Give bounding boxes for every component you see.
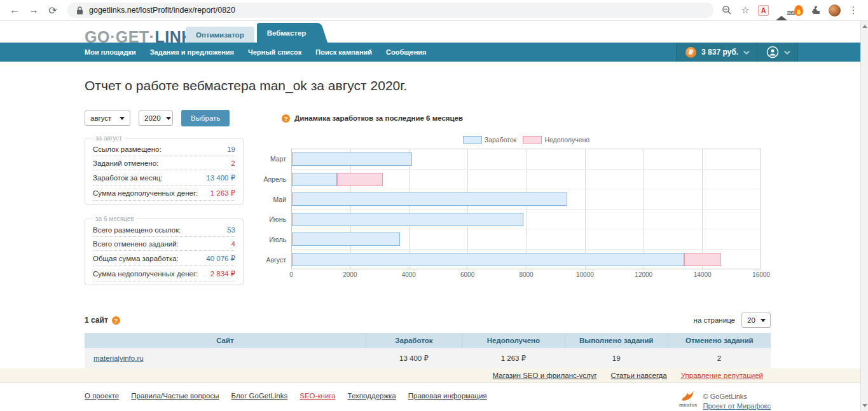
ruble-coin-icon: ₽ xyxy=(685,47,696,58)
stat-row: Всего отменено заданий:4 xyxy=(93,237,235,251)
col-header-cancelled[interactable]: Отменено заданий xyxy=(668,333,771,348)
tab-optimizer[interactable]: Оптимизатор xyxy=(186,27,254,43)
stat-value: 40 076 ₽ xyxy=(206,254,235,263)
legend-label: Недополучено xyxy=(544,136,589,144)
balance-panel: ₽ 3 837 руб. xyxy=(676,43,798,62)
tab-webmaster-label: Вебмастер xyxy=(267,29,307,37)
user-chevron-down-icon[interactable] xyxy=(784,48,790,55)
footer-link-about[interactable]: О проекте xyxy=(85,392,119,411)
x-tick-label: 0 xyxy=(289,271,293,278)
flame-extension-icon[interactable] xyxy=(794,5,803,16)
stat-row: Ссылок размещено:19 xyxy=(93,142,235,156)
mirafox-logo: mirafox xyxy=(679,390,698,408)
select-arrow-icon xyxy=(761,319,766,322)
footer-link-rules[interactable]: Правила/Частые вопросы xyxy=(131,392,219,411)
col-header-site[interactable]: Сайт xyxy=(85,333,366,348)
chart-plot xyxy=(291,149,761,269)
legend-item-earnings: Заработок xyxy=(463,136,517,144)
earnings-bar xyxy=(292,232,400,246)
month-select-value: август xyxy=(90,114,111,122)
scroll-up-icon[interactable] xyxy=(862,25,867,28)
pdf-extension-icon[interactable]: A xyxy=(758,5,769,16)
forward-icon[interactable]: → xyxy=(25,4,42,16)
promo-link-reputation[interactable]: Управление репутацией xyxy=(681,372,763,379)
balance-chevron-down-icon[interactable] xyxy=(743,48,750,55)
select-arrow-icon xyxy=(120,117,125,120)
footer-link-blog[interactable]: Блог GoGetLinks xyxy=(231,392,288,411)
fox-icon xyxy=(680,390,696,401)
chart-y-label: Июль xyxy=(263,229,291,250)
tab-webmaster[interactable]: Вебмастер xyxy=(257,23,317,43)
sites-help-icon[interactable]: ? xyxy=(112,316,120,325)
chart-y-labels: МартАпрельМайИюньИюльАвгуст xyxy=(263,149,291,269)
earnings-bar xyxy=(292,152,412,166)
chart-x-axis: 0200040006000800010000120001400016000 xyxy=(291,271,761,283)
site-link[interactable]: materialyinfo.ru xyxy=(93,354,144,362)
browser-menu-icon[interactable]: ⋮ xyxy=(848,4,859,16)
stats-box-6months-legend: за 6 месяцев xyxy=(93,215,137,222)
lost-bar xyxy=(337,173,382,186)
stat-label: Общая сумма заработка: xyxy=(93,255,179,262)
stats-box-august-legend: за август xyxy=(93,135,125,142)
user-icon[interactable] xyxy=(766,46,779,58)
controls-row: август 2020 Выбрать ? Динамика заработко… xyxy=(85,110,771,126)
zoom-out-icon[interactable] xyxy=(721,4,733,16)
nav-item-blacklist[interactable]: Черный список xyxy=(241,43,308,62)
stats-box-august: за август Ссылок размещено:19 Заданий от… xyxy=(85,135,244,205)
submit-button[interactable]: Выбрать xyxy=(181,110,230,126)
year-select[interactable]: 2020 xyxy=(139,111,173,126)
stat-label: Всего отменено заданий: xyxy=(93,240,179,248)
mirafox-project-link[interactable]: Проект от Мирафокс xyxy=(703,402,771,410)
lost-swatch xyxy=(523,136,542,144)
scroll-down-icon[interactable] xyxy=(862,404,867,407)
lock-icon[interactable] xyxy=(76,6,83,15)
earnings-swatch xyxy=(463,136,482,144)
stat-row: Заданий отменено:2 xyxy=(93,156,235,170)
chart-y-label: Май xyxy=(263,189,291,210)
earnings-bar xyxy=(292,213,523,226)
help-icon[interactable]: ? xyxy=(282,114,290,123)
extensions-puzzle-icon[interactable] xyxy=(810,4,822,16)
month-select[interactable]: август xyxy=(85,111,130,126)
stat-value: 4 xyxy=(231,240,235,248)
reload-icon[interactable]: ⟳ xyxy=(45,4,61,17)
balance-amount: 3 837 руб. xyxy=(701,48,738,57)
per-page-value: 20 xyxy=(747,316,755,324)
stat-row: Всего размещено ссылок:53 xyxy=(93,223,235,237)
col-header-completed[interactable]: Выполнено заданий xyxy=(565,333,668,348)
stat-value: 53 xyxy=(227,226,235,234)
stat-value: 13 400 ₽ xyxy=(206,173,235,182)
cell-earnings: 13 400 ₽ xyxy=(366,348,462,368)
col-header-earnings[interactable]: Заработок xyxy=(366,333,462,348)
site-header: GO·GET·LINKS Оптимизатор Вебмастер xyxy=(0,21,860,43)
url-text: gogetlinks.net/lostProfit/index/report/0… xyxy=(89,6,235,15)
stat-row: Сумма недополученных денег:1 263 ₽ xyxy=(93,185,235,201)
back-icon[interactable]: ← xyxy=(6,4,23,16)
sites-count-label: 1 сайт xyxy=(85,316,108,325)
promo-link-articles[interactable]: Статьи навсегда xyxy=(611,372,667,379)
stat-value: 2 834 ₽ xyxy=(210,269,235,278)
footer-link-seo-book[interactable]: SEO-книга xyxy=(300,392,335,411)
chart-y-label: Июнь xyxy=(263,209,291,229)
earnings-bar xyxy=(292,192,567,206)
home-new-extension-icon[interactable]: NEW xyxy=(776,5,787,15)
chart-y-label: Август xyxy=(263,250,291,270)
bookmark-star-icon[interactable]: ☆ xyxy=(740,4,751,16)
per-page-select[interactable]: 20 xyxy=(741,313,771,328)
cell-lost: 1 263 ₽ xyxy=(462,348,565,368)
col-header-lost[interactable]: Недополучено xyxy=(462,333,565,348)
x-tick-label: 12000 xyxy=(635,271,652,278)
stat-value: 19 xyxy=(227,145,235,153)
footer-link-support[interactable]: Техподдержка xyxy=(348,392,396,411)
nav-item-campaign-search[interactable]: Поиск кампаний xyxy=(308,43,379,62)
per-page-label: на странице xyxy=(694,316,735,324)
promo-link-seo-shop[interactable]: Магазин SEO и фриланс-услуг xyxy=(493,372,597,379)
nav-item-messages[interactable]: Сообщения xyxy=(379,43,433,62)
chart-row xyxy=(292,149,761,170)
url-bar[interactable]: gogetlinks.net/lostProfit/index/report/0… xyxy=(67,3,713,18)
scrollbar[interactable] xyxy=(860,21,868,411)
earnings-bar xyxy=(292,173,337,186)
footer-link-legal[interactable]: Правовая информация xyxy=(408,392,487,411)
earnings-bar xyxy=(292,253,684,266)
profile-avatar[interactable] xyxy=(829,4,841,17)
